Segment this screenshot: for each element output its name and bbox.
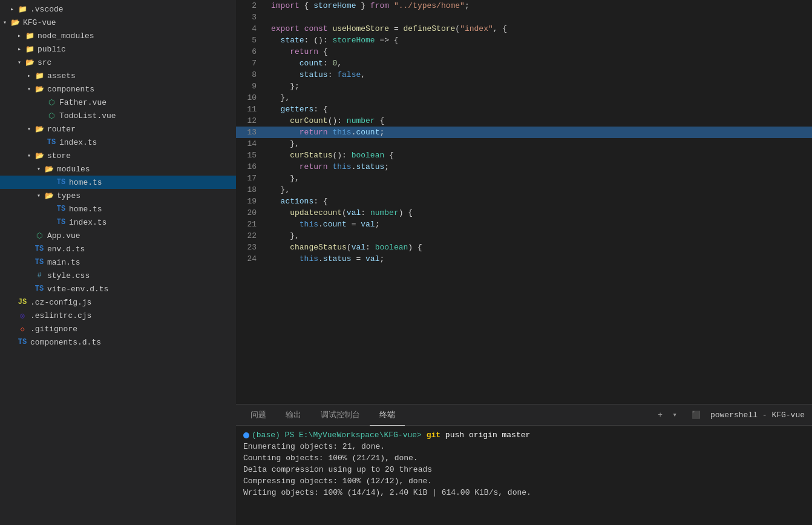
terminal-tab-output[interactable]: 输出 [276, 404, 311, 426]
folder-arrow-public: ▸ [15, 45, 24, 53]
add-terminal-button[interactable]: + [655, 409, 665, 421]
token: updatecount [290, 208, 342, 217]
sidebar-item-gitignore[interactable]: ◇.gitignore [0, 322, 236, 335]
token [271, 82, 290, 91]
sidebar-item-index-ts-router[interactable]: TSindex.ts [0, 136, 236, 149]
folder-icon-router: 📂 [34, 125, 45, 134]
token: this [332, 162, 351, 171]
token: number [370, 208, 399, 217]
folder-icon-vscode: 📁 [17, 5, 28, 14]
terminal-body[interactable]: (base) PS E:\MyVueWorkspace\KFG-vue> git… [236, 426, 812, 525]
terminal-tab-problems[interactable]: 问题 [241, 404, 276, 426]
token: false [337, 70, 361, 79]
folder-icon-public: 📁 [24, 45, 35, 54]
sidebar-item-components[interactable]: ▾📂components [0, 82, 236, 96]
line-content-13: return this.count; [266, 127, 384, 138]
token: getters [281, 105, 314, 114]
code-line-13: 13 return this.count; [236, 127, 812, 138]
token: , [361, 70, 365, 79]
sidebar-item-eslintrc-cjs[interactable]: ◎.eslintrc.cjs [0, 309, 236, 322]
token [271, 151, 290, 160]
token: const [304, 24, 328, 33]
sidebar-item-todolist-vue[interactable]: ⬡TodoList.vue [0, 109, 236, 122]
token [271, 139, 290, 148]
token [271, 128, 300, 137]
token: ( [455, 24, 460, 33]
sidebar-item-father-vue[interactable]: ⬡Father.vue [0, 96, 236, 109]
sidebar-item-router[interactable]: ▾📂router [0, 122, 236, 136]
code-content[interactable]: 2import { storeHome } from "../types/hom… [236, 0, 812, 404]
sidebar-item-main-ts[interactable]: TSmain.ts [0, 256, 236, 269]
token: (): [328, 116, 347, 125]
sidebar-label-components-d-ts: components.d.ts [30, 338, 236, 347]
code-line-10: 10 }, [236, 92, 812, 104]
sidebar-item-kfg-vue[interactable]: ▾📂KFG-vue [0, 16, 236, 29]
token: val [347, 208, 361, 217]
code-line-12: 12 curCount(): number { [236, 115, 812, 127]
terminal-tab-terminal[interactable]: 终端 [370, 404, 405, 426]
folder-icon-store: 📂 [34, 151, 45, 160]
sidebar-item-types[interactable]: ▾📂types [0, 189, 236, 202]
token: status [356, 162, 384, 171]
line-content-24: this.status = val; [266, 253, 384, 265]
sidebar-item-cz-config-js[interactable]: JS.cz-config.js [0, 296, 236, 309]
terminal-command: git push origin master [427, 431, 531, 440]
token: => { [375, 36, 399, 45]
terminal-tab-debug[interactable]: 调试控制台 [311, 404, 370, 426]
sidebar-label-router: router [47, 125, 236, 134]
sidebar-label-father-vue: Father.vue [59, 98, 236, 107]
sidebar-item-public[interactable]: ▸📁public [0, 42, 236, 56]
code-line-24: 24 this.status = val; [236, 253, 812, 265]
git-icon: ◇ [17, 325, 28, 334]
token: ) { [399, 208, 413, 217]
line-number-10: 10 [236, 92, 266, 104]
token: this [300, 220, 318, 229]
code-line-2: 2import { storeHome } from "../types/hom… [236, 0, 812, 12]
token: return [290, 47, 318, 56]
sidebar-item-vite-env-d-ts[interactable]: TSvite-env.d.ts [0, 282, 236, 296]
sidebar-item-modules[interactable]: ▾📂modules [0, 162, 236, 176]
token: export [271, 24, 300, 33]
terminal-cmd-part: origin [464, 431, 497, 440]
line-content-17: }, [266, 173, 300, 184]
folder-arrow-node_modules: ▸ [15, 32, 24, 39]
sidebar-item-store[interactable]: ▾📂store [0, 149, 236, 162]
vue-icon: ⬡ [34, 231, 45, 240]
folder-arrow-vscode: ▸ [7, 5, 17, 13]
line-number-20: 20 [236, 207, 266, 219]
token: }, [271, 93, 290, 102]
sidebar-item-env-d-ts[interactable]: TSenv.d.ts [0, 242, 236, 256]
sidebar-item-src[interactable]: ▾📂src [0, 56, 236, 69]
token: = [389, 24, 403, 33]
ts-icon: TS [34, 258, 45, 266]
token: { [318, 47, 328, 56]
sidebar-item-home-ts[interactable]: TShome.ts [0, 176, 236, 189]
token [271, 174, 290, 183]
token [271, 59, 300, 68]
sidebar-item-node_modules[interactable]: ▸📁node_modules [0, 29, 236, 42]
sidebar-item-style-css[interactable]: #style.css [0, 269, 236, 282]
sidebar-item-assets[interactable]: ▸📁assets [0, 69, 236, 82]
line-content-21: this.count = val; [266, 219, 379, 230]
main-area: ▸📁.vscode▾📂KFG-vue▸📁node_modules▸📁public… [0, 0, 812, 525]
folder-icon-components: 📂 [34, 85, 45, 94]
sidebar-item-components-d-ts[interactable]: TScomponents.d.ts [0, 335, 236, 349]
token [271, 231, 290, 240]
terminal-cmd-part: push [440, 431, 464, 440]
sidebar-item-types-home-ts[interactable]: TShome.ts [0, 202, 236, 216]
code-line-11: 11 getters: { [236, 104, 812, 115]
code-line-17: 17 }, [236, 173, 812, 184]
terminal-dropdown-button[interactable]: ▾ [670, 409, 679, 421]
token [271, 162, 300, 171]
line-number-2: 2 [236, 0, 266, 12]
line-content-18: }, [266, 184, 290, 196]
sidebar-item-types-index-ts[interactable]: TSindex.ts [0, 216, 236, 229]
sidebar-label-modules: modules [57, 165, 236, 174]
terminal-dot [243, 432, 249, 438]
token: ( [347, 243, 352, 252]
sidebar-item-vscode[interactable]: ▸📁.vscode [0, 2, 236, 16]
line-content-19: actions: { [266, 196, 328, 207]
token: "index" [460, 24, 493, 33]
sidebar-item-app-vue[interactable]: ⬡App.vue [0, 229, 236, 242]
token: actions [281, 197, 314, 206]
